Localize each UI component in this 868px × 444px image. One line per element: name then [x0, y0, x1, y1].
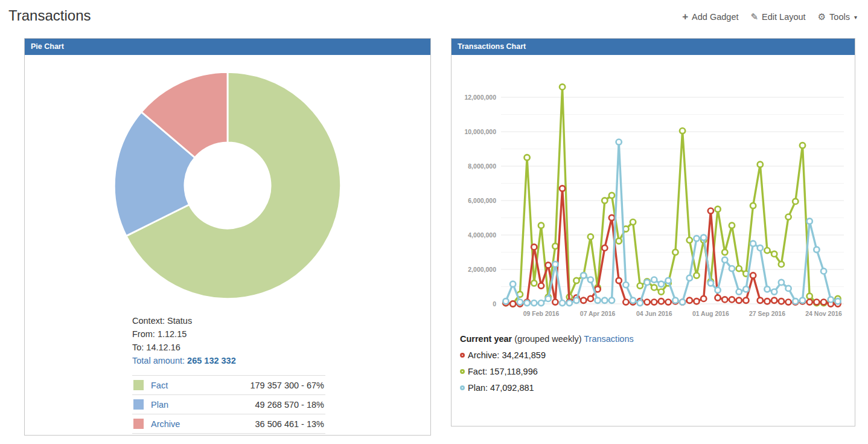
data-point-archive[interactable] [616, 278, 622, 283]
transactions-line-chart[interactable]: 02,000,0004,000,0006,000,0008,000,00010,… [455, 62, 849, 333]
data-point-plan[interactable] [672, 298, 678, 303]
data-point-plan[interactable] [793, 298, 798, 304]
data-point-fact[interactable] [531, 280, 537, 286]
data-point-fact[interactable] [715, 207, 721, 212]
data-point-fact[interactable] [729, 223, 735, 228]
data-point-plan[interactable] [828, 297, 834, 302]
data-point-plan[interactable] [764, 286, 770, 292]
data-point-archive[interactable] [581, 298, 586, 303]
edit-layout-button[interactable]: ✎ Edit Layout [751, 11, 806, 22]
data-point-fact[interactable] [786, 214, 791, 220]
data-point-plan[interactable] [581, 272, 586, 278]
pie-donut-chart[interactable] [107, 65, 348, 306]
data-point-archive[interactable] [588, 296, 593, 301]
data-point-archive[interactable] [771, 298, 777, 303]
data-point-fact[interactable] [672, 249, 678, 255]
pie-legend-label[interactable]: Plan [151, 400, 255, 410]
data-point-plan[interactable] [722, 257, 727, 263]
data-point-plan[interactable] [552, 262, 558, 267]
data-point-fact[interactable] [687, 237, 692, 243]
data-point-plan[interactable] [821, 268, 826, 274]
data-point-fact[interactable] [779, 262, 784, 267]
data-point-plan[interactable] [807, 219, 812, 224]
data-point-plan[interactable] [666, 278, 671, 283]
data-point-fact[interactable] [602, 198, 607, 203]
data-point-fact[interactable] [630, 219, 636, 225]
data-point-fact[interactable] [588, 234, 593, 239]
tx-gadget-header[interactable]: Transactions Chart [452, 39, 855, 55]
data-point-plan[interactable] [609, 298, 614, 303]
tx-transactions-link[interactable]: Transactions [584, 334, 633, 344]
tools-menu-button[interactable]: ⚙ Tools ▾ [818, 11, 857, 22]
data-point-plan[interactable] [637, 300, 643, 306]
data-point-archive[interactable] [609, 215, 614, 220]
data-point-plan[interactable] [623, 282, 628, 288]
data-point-plan[interactable] [546, 296, 551, 301]
add-gadget-button[interactable]: + Add Gadget [682, 11, 738, 23]
data-point-archive[interactable] [694, 298, 699, 304]
data-point-archive[interactable] [722, 297, 727, 302]
pie-legend-label[interactable]: Fact [151, 381, 250, 390]
data-point-archive[interactable] [531, 244, 537, 249]
data-point-archive[interactable] [546, 262, 551, 268]
data-point-plan[interactable] [687, 275, 692, 281]
data-point-fact[interactable] [680, 128, 685, 134]
data-point-fact[interactable] [771, 251, 777, 257]
data-point-plan[interactable] [708, 280, 713, 286]
data-point-archive[interactable] [814, 300, 819, 305]
data-point-plan[interactable] [771, 289, 777, 295]
data-point-fact[interactable] [616, 238, 622, 243]
data-point-plan[interactable] [651, 277, 657, 283]
data-point-plan[interactable] [630, 298, 636, 303]
data-point-fact[interactable] [552, 243, 558, 249]
data-point-plan[interactable] [736, 289, 742, 295]
data-point-archive[interactable] [807, 300, 812, 305]
data-point-archive[interactable] [560, 185, 565, 191]
data-point-plan[interactable] [644, 280, 649, 285]
data-point-archive[interactable] [701, 296, 706, 301]
data-point-plan[interactable] [510, 282, 515, 287]
data-point-archive[interactable] [743, 298, 748, 303]
data-point-fact[interactable] [807, 294, 812, 299]
data-point-plan[interactable] [659, 282, 664, 287]
data-point-plan[interactable] [715, 288, 721, 293]
data-point-archive[interactable] [510, 301, 515, 306]
data-point-archive[interactable] [758, 298, 763, 303]
data-point-archive[interactable] [602, 245, 607, 251]
data-point-plan[interactable] [567, 300, 572, 306]
data-point-archive[interactable] [736, 298, 742, 303]
data-point-archive[interactable] [651, 300, 657, 305]
data-point-fact[interactable] [560, 84, 565, 89]
data-point-fact[interactable] [800, 143, 805, 148]
data-point-plan[interactable] [814, 247, 819, 253]
data-point-fact[interactable] [609, 193, 614, 198]
data-point-fact[interactable] [573, 278, 579, 283]
data-point-plan[interactable] [573, 298, 579, 303]
data-point-archive[interactable] [715, 295, 721, 300]
data-point-archive[interactable] [786, 300, 791, 305]
data-point-plan[interactable] [750, 241, 756, 246]
data-point-archive[interactable] [552, 300, 558, 305]
data-point-plan[interactable] [503, 298, 508, 304]
data-point-fact[interactable] [764, 248, 770, 253]
data-point-archive[interactable] [764, 298, 770, 304]
data-point-plan[interactable] [595, 298, 601, 303]
data-point-fact[interactable] [793, 199, 798, 204]
data-point-fact[interactable] [736, 266, 742, 271]
data-point-plan[interactable] [800, 298, 805, 303]
pie-legend-label[interactable]: Archive [151, 419, 255, 429]
data-point-plan[interactable] [758, 245, 763, 251]
data-point-archive[interactable] [779, 298, 784, 304]
data-point-plan[interactable] [531, 300, 537, 306]
data-point-archive[interactable] [659, 298, 664, 304]
data-point-fact[interactable] [694, 272, 699, 278]
data-point-fact[interactable] [659, 289, 664, 295]
data-point-plan[interactable] [729, 266, 735, 271]
data-point-archive[interactable] [595, 286, 601, 292]
data-point-archive[interactable] [708, 208, 713, 214]
pie-gadget-header[interactable]: Pie Chart [25, 39, 430, 55]
data-point-plan[interactable] [701, 235, 706, 240]
data-point-plan[interactable] [786, 286, 791, 291]
data-point-plan[interactable] [743, 286, 748, 292]
data-point-archive[interactable] [644, 300, 649, 305]
